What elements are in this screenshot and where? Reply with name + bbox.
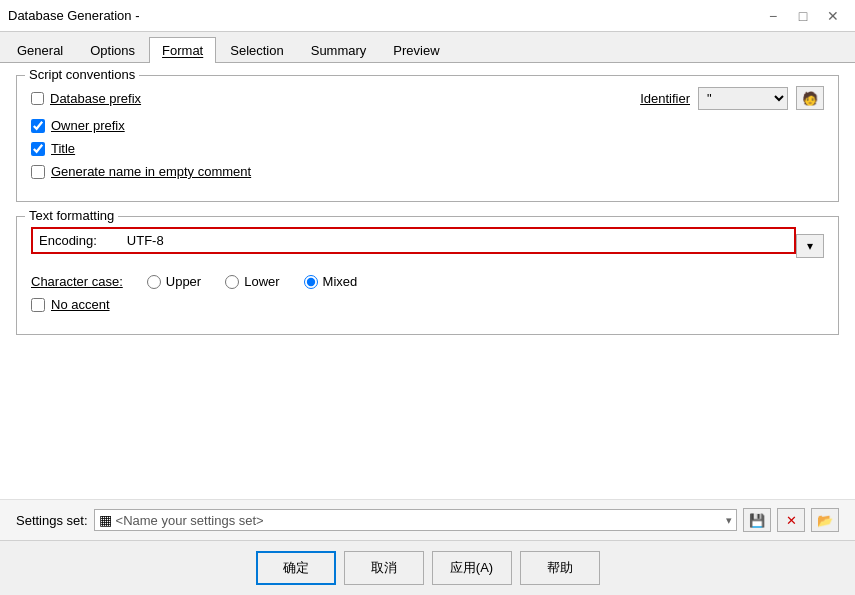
- script-conventions-group: Script conventions Database prefix Ident…: [16, 75, 839, 202]
- tab-summary[interactable]: Summary: [298, 37, 380, 63]
- lower-radio[interactable]: [225, 275, 239, 289]
- encoding-label: Encoding:: [39, 233, 97, 248]
- owner-prefix-label: Owner prefix: [51, 118, 125, 133]
- load-icon: 📂: [817, 513, 833, 528]
- settings-row: Settings set: ▦ <Name your settings set>…: [0, 499, 855, 540]
- no-accent-label: No accent: [51, 297, 110, 312]
- settings-dropdown-arrow[interactable]: ▾: [726, 514, 732, 527]
- script-conventions-title: Script conventions: [25, 67, 139, 82]
- owner-prefix-row: Owner prefix: [31, 118, 824, 133]
- settings-placeholder-text: <Name your settings set>: [116, 513, 722, 528]
- delete-icon: ✕: [786, 513, 797, 528]
- owner-prefix-checkbox[interactable]: [31, 119, 45, 133]
- window-title: Database Generation -: [8, 8, 140, 23]
- identifier-label: Identifier: [640, 91, 690, 106]
- tab-selection[interactable]: Selection: [217, 37, 296, 63]
- tab-preview[interactable]: Preview: [380, 37, 452, 63]
- bottom-bar: 确定 取消 应用(A) 帮助: [0, 540, 855, 595]
- user-icon: 🧑: [802, 91, 818, 106]
- text-formatting-title: Text formatting: [25, 208, 118, 223]
- mixed-radio[interactable]: [304, 275, 318, 289]
- lower-option[interactable]: Lower: [225, 274, 279, 289]
- settings-save-button[interactable]: 💾: [743, 508, 771, 532]
- settings-load-button[interactable]: 📂: [811, 508, 839, 532]
- minimize-button[interactable]: −: [759, 5, 787, 27]
- no-accent-checkbox[interactable]: [31, 298, 45, 312]
- title-label: Title: [51, 141, 75, 156]
- tab-options[interactable]: Options: [77, 37, 148, 63]
- close-button[interactable]: ✕: [819, 5, 847, 27]
- encoding-row: Encoding: UTF-8: [31, 227, 796, 254]
- apply-button[interactable]: 应用(A): [432, 551, 512, 585]
- encoding-dropdown[interactable]: ▾: [796, 234, 824, 258]
- database-prefix-checkbox[interactable]: [31, 92, 44, 105]
- database-prefix-label: Database prefix: [50, 91, 141, 106]
- identifier-icon-button[interactable]: 🧑: [796, 86, 824, 110]
- generate-name-label: Generate name in empty comment: [51, 164, 251, 179]
- help-button[interactable]: 帮助: [520, 551, 600, 585]
- encoding-value: UTF-8: [127, 233, 788, 248]
- encoding-outer-row: Encoding: UTF-8 ▾: [31, 227, 824, 264]
- title-checkbox[interactable]: [31, 142, 45, 156]
- title-bar: Database Generation - − □ ✕: [0, 0, 855, 32]
- tab-bar: General Options Format Selection Summary…: [0, 32, 855, 63]
- character-case-label: Character case:: [31, 274, 123, 289]
- settings-select-container: ▦ <Name your settings set> ▾: [94, 509, 737, 531]
- ok-button[interactable]: 确定: [256, 551, 336, 585]
- upper-option[interactable]: Upper: [147, 274, 201, 289]
- generate-name-row: Generate name in empty comment: [31, 164, 824, 179]
- character-case-row: Character case: Upper Lower Mixed: [31, 274, 824, 289]
- tab-general[interactable]: General: [4, 37, 76, 63]
- text-formatting-group: Text formatting Encoding: UTF-8 ▾ Charac…: [16, 216, 839, 335]
- generate-name-checkbox[interactable]: [31, 165, 45, 179]
- save-icon: 💾: [749, 513, 765, 528]
- settings-grid-icon: ▦: [99, 512, 112, 528]
- cancel-button[interactable]: 取消: [344, 551, 424, 585]
- no-accent-row: No accent: [31, 297, 824, 312]
- settings-label: Settings set:: [16, 513, 88, 528]
- settings-delete-button[interactable]: ✕: [777, 508, 805, 532]
- mixed-option[interactable]: Mixed: [304, 274, 358, 289]
- database-prefix-row: Database prefix Identifier " 🧑: [31, 86, 824, 110]
- identifier-select[interactable]: ": [698, 87, 788, 110]
- window-controls: − □ ✕: [759, 5, 847, 27]
- tab-format[interactable]: Format: [149, 37, 216, 63]
- maximize-button[interactable]: □: [789, 5, 817, 27]
- title-row: Title: [31, 141, 824, 156]
- main-content: Script conventions Database prefix Ident…: [0, 63, 855, 499]
- upper-radio[interactable]: [147, 275, 161, 289]
